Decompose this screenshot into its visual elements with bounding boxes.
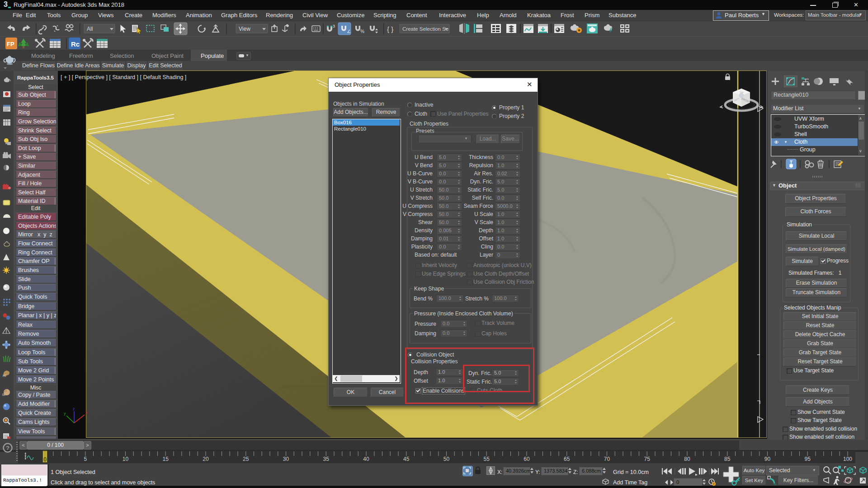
svg-text:TOP: TOP: [739, 91, 743, 94]
svg-text:10: 10: [123, 456, 129, 462]
svg-text:50: 50: [443, 456, 450, 462]
svg-text:20: 20: [203, 456, 209, 462]
svg-text:Create Selection Se: Create Selection Se: [402, 26, 448, 32]
svg-text:60: 60: [524, 456, 530, 462]
svg-text:3: 3: [333, 24, 335, 28]
svg-text:95: 95: [805, 456, 811, 462]
svg-text:40: 40: [363, 456, 369, 462]
svg-text:FP: FP: [7, 41, 14, 47]
svg-text:x: x: [85, 410, 88, 415]
svg-text:Rc: Rc: [71, 40, 80, 48]
svg-text:{ }: { }: [387, 25, 393, 33]
svg-text:HF: HF: [3, 374, 7, 377]
svg-text:25: 25: [243, 456, 249, 462]
svg-text:0x: 0x: [2, 393, 6, 396]
svg-text:15: 15: [163, 456, 169, 462]
svg-text:35: 35: [323, 456, 330, 462]
svg-text:%: %: [360, 29, 364, 34]
svg-text:65: 65: [564, 456, 570, 462]
svg-text:100: 100: [843, 456, 852, 462]
svg-text:y: y: [64, 411, 66, 416]
svg-text:z: z: [73, 407, 75, 411]
svg-text:45: 45: [403, 456, 410, 462]
svg-text:∠: ∠: [347, 29, 351, 34]
svg-text:85: 85: [724, 456, 731, 462]
svg-text:80: 80: [684, 456, 690, 462]
svg-text:75: 75: [644, 456, 651, 462]
svg-text:30: 30: [283, 456, 289, 462]
svg-text:View: View: [239, 26, 250, 32]
svg-text:90: 90: [764, 456, 771, 462]
svg-text:70: 70: [604, 456, 610, 462]
svg-text:0: 0: [43, 456, 47, 463]
svg-text:All: All: [87, 26, 93, 32]
svg-text:?: ?: [6, 445, 9, 451]
svg-text:5: 5: [84, 456, 87, 462]
svg-text:55: 55: [484, 456, 490, 462]
